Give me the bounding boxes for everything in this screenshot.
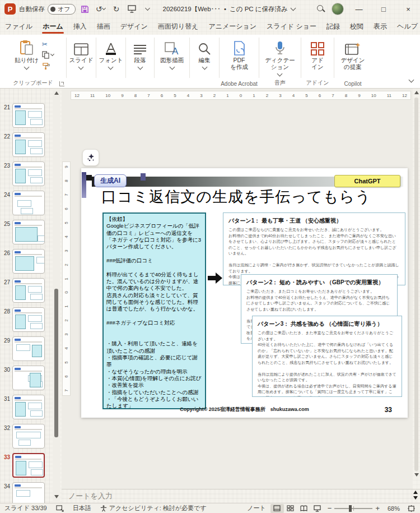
- paste-chevron-icon: [24, 64, 30, 70]
- slide-thumbnail[interactable]: [12, 307, 45, 332]
- tab-record[interactable]: 記録: [321, 19, 345, 34]
- slide-thumbnail[interactable]: [12, 278, 45, 303]
- maximize-button[interactable]: □: [374, 2, 393, 16]
- copilot-group-label: Copilot: [334, 81, 371, 87]
- collapse-ribbon-button[interactable]: [409, 76, 413, 84]
- vertical-ruler[interactable]: 98765432101234567: [62, 161, 71, 396]
- slide-thumbnail[interactable]: [12, 220, 45, 244]
- ruler-number: 4: [64, 235, 69, 238]
- undo-button[interactable]: ↺: [95, 3, 107, 15]
- horizontal-ruler[interactable]: 1211109876543210123456789101112: [71, 91, 411, 100]
- tab-animations[interactable]: アニメーション: [203, 19, 262, 34]
- notes-toggle-button[interactable]: ノート: [242, 504, 270, 512]
- editing-button[interactable]: 編集: [195, 38, 213, 88]
- tab-insert[interactable]: 挿入: [68, 19, 92, 34]
- ruler-number: 9: [64, 165, 69, 168]
- accessibility-icon: [100, 505, 107, 512]
- minimize-button[interactable]: —: [349, 2, 368, 16]
- scroll-down-icon[interactable]: [414, 473, 419, 477]
- format-painter-button[interactable]: [42, 61, 54, 70]
- ruler-number: 3: [279, 93, 281, 98]
- zoom-in-button[interactable]: +: [375, 504, 380, 512]
- user-avatar[interactable]: [332, 3, 344, 15]
- font-button[interactable]: フォント: [97, 38, 125, 88]
- save-button[interactable]: [79, 3, 91, 15]
- fit-slide-button[interactable]: [404, 504, 418, 513]
- slide-thumbnail[interactable]: [12, 103, 45, 128]
- close-button[interactable]: ×: [399, 2, 418, 16]
- drawing-button[interactable]: A 図形描画: [158, 38, 186, 88]
- cut-button[interactable]: ✂: [42, 40, 54, 49]
- slide-title[interactable]: 口コミ返信文の生成を手伝ってもらう: [101, 187, 404, 207]
- accessibility-checker[interactable]: アクセシビリティ: 検討が必要です: [96, 504, 211, 512]
- scroll-up-icon[interactable]: [54, 91, 59, 95]
- genai-badge[interactable]: 生成AI: [94, 174, 127, 187]
- chatgpt-badge[interactable]: ChatGPT: [334, 175, 400, 187]
- tab-transitions[interactable]: 画面切り替え: [153, 19, 204, 34]
- slide-number: 22: [0, 132, 12, 140]
- zoom-slider[interactable]: − +: [324, 504, 383, 512]
- notes-pane[interactable]: ノートを入力: [62, 489, 420, 503]
- powerpoint-app-icon[interactable]: P: [4, 3, 16, 15]
- language-indicator[interactable]: 日本語: [68, 504, 96, 512]
- next-slide-button[interactable]: [413, 496, 418, 500]
- paragraph-button[interactable]: 段落: [131, 38, 149, 88]
- ruler-number: 6: [319, 93, 321, 98]
- display-settings-button[interactable]: [52, 505, 68, 512]
- notes-placeholder[interactable]: ノートを入力: [68, 491, 113, 501]
- start-slideshow-button[interactable]: [126, 3, 138, 15]
- autosave-control[interactable]: 自動保存 オフ: [19, 4, 76, 15]
- slide[interactable]: 生成AI ChatGPT 口コミ返信文の生成を手伝ってもらう 【依頼】 Goog…: [81, 168, 408, 418]
- slide-thumbnail[interactable]: [12, 482, 45, 503]
- presentation-icon: [128, 5, 136, 13]
- tab-help[interactable]: ヘルプ: [392, 19, 420, 34]
- zoom-percentage[interactable]: 68%: [383, 505, 404, 512]
- slides-button[interactable]: スライド: [67, 38, 96, 88]
- copy-button[interactable]: [42, 50, 54, 59]
- document-title[interactable]: 20260219【Web･･･ • この PC に保存済み: [163, 5, 295, 13]
- slide-indicator[interactable]: スライド 33/39: [0, 504, 52, 512]
- tab-design[interactable]: デザイン: [115, 19, 153, 34]
- slide-thumbnail[interactable]: [12, 424, 45, 449]
- prompt-request-box[interactable]: 【依頼】 Googleビジネスプロフィールの「低評価の口コミ」レビューへの返信文…: [102, 212, 206, 409]
- normal-view-button[interactable]: [270, 504, 284, 513]
- autosave-toggle[interactable]: オフ: [48, 4, 76, 15]
- scrollbar-thumb[interactable]: [54, 289, 58, 437]
- slide-thumbnail[interactable]: [12, 161, 45, 186]
- slide-thumbnail[interactable]: [12, 191, 45, 215]
- ruler-number: 5: [64, 361, 69, 363]
- slideshow-view-button[interactable]: [311, 504, 324, 513]
- tab-home[interactable]: ホーム: [38, 19, 68, 34]
- quick-access-more-button[interactable]: [142, 3, 154, 15]
- slide-thumbnail[interactable]: [12, 249, 45, 274]
- redo-button[interactable]: ↻: [110, 3, 123, 15]
- pattern3-box[interactable]: パターン3： 共感を強める （心情面に寄り添う） この度はご来店いただき、また率…: [252, 316, 402, 397]
- tab-view[interactable]: 表示: [368, 19, 392, 34]
- scroll-up-icon[interactable]: [414, 91, 419, 94]
- slide-thumbnail-selected[interactable]: [12, 453, 45, 478]
- zoom-thumb[interactable]: [349, 505, 352, 512]
- slide-thumbnail[interactable]: [12, 395, 45, 419]
- scrollbar-thumb[interactable]: [414, 98, 418, 471]
- search-icon[interactable]: [316, 4, 326, 14]
- scroll-down-icon[interactable]: [54, 495, 59, 498]
- tab-review[interactable]: 校閲: [345, 19, 368, 34]
- slide-thumbnail[interactable]: [12, 336, 45, 361]
- slide-thumbnail[interactable]: [12, 132, 45, 157]
- paragraph-label: 段落: [134, 57, 146, 63]
- fit-to-window-icon: [408, 505, 415, 512]
- slide-thumbnail[interactable]: [12, 366, 45, 390]
- tab-draw[interactable]: 描画: [92, 19, 115, 34]
- tab-file[interactable]: ファイル: [0, 19, 38, 34]
- thumbnail-scrollbar[interactable]: [53, 89, 60, 503]
- canvas-scrollbar[interactable]: [413, 89, 420, 481]
- zoom-out-button[interactable]: −: [328, 504, 332, 512]
- copilot-sparkle-button[interactable]: [82, 149, 99, 166]
- ruler-number: 6: [64, 207, 69, 210]
- clipboard-dialog-launcher[interactable]: [59, 81, 64, 86]
- previous-slide-button[interactable]: [413, 491, 418, 494]
- slide-sorter-view-button[interactable]: [284, 504, 297, 513]
- reading-view-button[interactable]: [297, 504, 311, 513]
- zoom-track[interactable]: [334, 508, 372, 509]
- tab-slideshow[interactable]: スライド ショー: [262, 19, 321, 34]
